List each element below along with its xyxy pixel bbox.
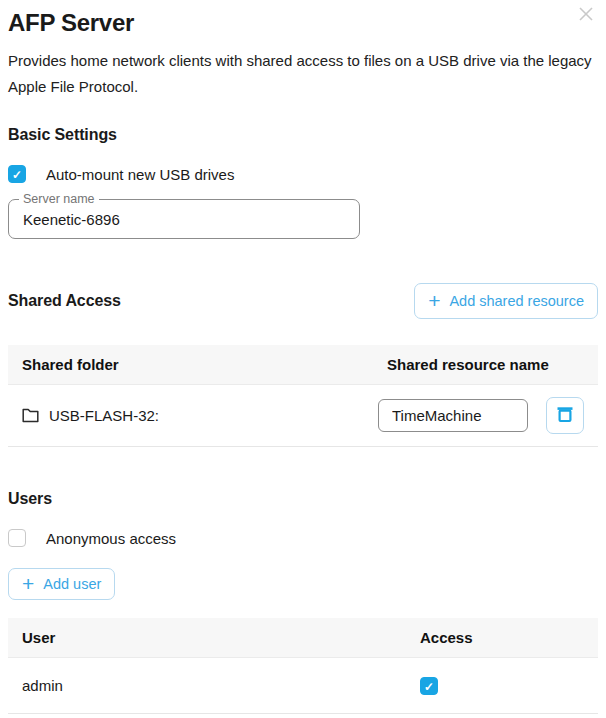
check-icon: ✓ [12,169,22,181]
server-name-label: Server name [19,192,99,207]
user-column-header: User [22,629,420,646]
basic-settings-heading: Basic Settings [8,125,598,145]
user-access-cell: ✓ [420,677,584,695]
users-heading: Users [8,489,598,509]
table-row: USB-FLASH-32: [8,385,598,447]
trash-icon [555,404,575,427]
user-name: admin [22,677,420,694]
shared-resource-cell [378,397,584,434]
shared-resource-name-input[interactable] [378,399,528,432]
plus-icon: + [22,573,34,594]
page-title: AFP Server [8,0,598,38]
shared-access-heading: Shared Access [8,291,121,311]
shared-resource-column-header: Shared resource name [378,356,584,373]
anonymous-access-row: Anonymous access [8,529,598,547]
users-table-header: User Access [8,618,598,658]
auto-mount-label: Auto-mount new USB drives [46,166,234,183]
check-icon: ✓ [424,680,434,692]
add-user-button[interactable]: + Add user [8,568,115,600]
user-access-checkbox[interactable]: ✓ [420,677,438,695]
add-user-label: Add user [43,576,101,592]
plus-icon: + [428,290,440,311]
auto-mount-checkbox[interactable]: ✓ [8,165,26,183]
anonymous-access-checkbox[interactable] [8,529,26,547]
shared-access-header-row: Shared Access + Add shared resource [8,283,598,319]
add-shared-resource-button[interactable]: + Add shared resource [414,283,598,319]
delete-shared-resource-button[interactable] [546,397,584,434]
add-shared-resource-label: Add shared resource [449,293,584,309]
dialog-description: Provides home network clients with share… [8,48,596,100]
server-name-field: Server name [8,199,360,239]
afp-server-dialog: AFP Server Provides home network clients… [0,0,606,718]
close-button[interactable] [575,5,597,27]
access-column-header: Access [420,629,584,646]
table-row: admin ✓ [8,658,598,714]
close-icon [576,4,596,28]
shared-folder-cell: USB-FLASH-32: [22,407,378,424]
shared-table-header: Shared folder Shared resource name [8,345,598,385]
shared-folder-column-header: Shared folder [22,356,378,373]
folder-icon [22,408,39,423]
anonymous-access-label: Anonymous access [46,530,176,547]
auto-mount-row: ✓ Auto-mount new USB drives [8,165,598,183]
shared-folder-name: USB-FLASH-32: [49,407,159,424]
